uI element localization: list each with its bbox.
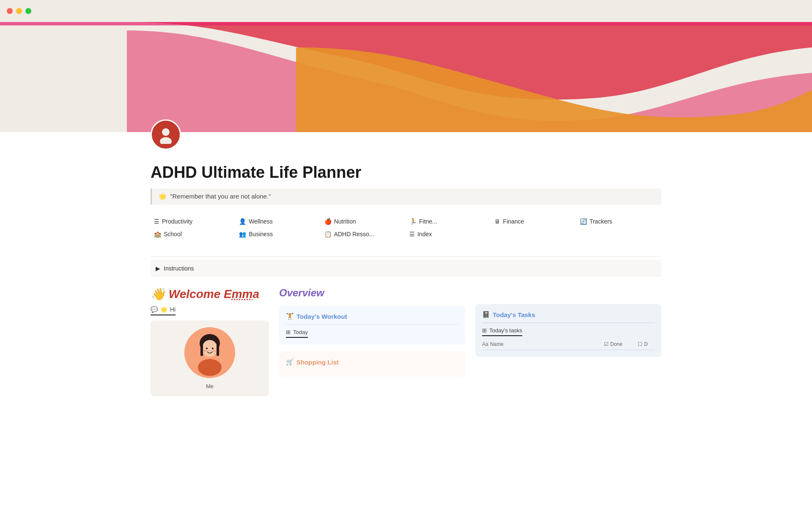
chat-icon: 💬: [151, 306, 158, 313]
nav-label-productivity: Productivity: [162, 218, 192, 225]
page-title: ADHD Ultimate Life Planner: [151, 163, 661, 182]
nav-item-adhd-resso[interactable]: 📋 ADHD Resso...: [321, 229, 406, 239]
tasks-tab-icon: ⊞: [482, 327, 487, 334]
shopping-title-text: Shopping List: [296, 359, 339, 366]
cover-image: [0, 22, 812, 132]
main-grid: 👋 Welcome Emma 💬 🌟 Hi: [151, 287, 661, 396]
avatar-label: Me: [206, 383, 214, 389]
tasks-col-d: ☐ D: [638, 341, 655, 347]
welcome-title: 👋 Welcome Emma: [151, 287, 269, 301]
hi-label: Hi: [170, 306, 176, 313]
svg-rect-7: [200, 343, 203, 356]
svg-point-12: [203, 350, 207, 352]
instructions-toggle[interactable]: ▶ Instructions: [151, 260, 661, 277]
maximize-button[interactable]: [25, 8, 31, 14]
tasks-col-name-icon: Aa: [482, 341, 488, 347]
nav-label-finance: Finance: [503, 218, 524, 225]
hi-tab[interactable]: 💬 🌟 Hi: [151, 306, 176, 315]
tasks-col-done-icon: ☑: [604, 341, 609, 347]
finance-icon: 🖥: [494, 218, 500, 225]
avatar: [151, 119, 181, 150]
svg-point-6: [202, 340, 217, 357]
index-icon: ☰: [409, 231, 415, 237]
workout-tab[interactable]: ⊞ Today: [286, 329, 308, 338]
close-button[interactable]: [7, 8, 13, 14]
divider-1: [151, 256, 661, 257]
nav-item-fitness[interactable]: 🏃 Fitne...: [406, 216, 491, 226]
tasks-tab[interactable]: ⊞ Today's tasks: [482, 327, 522, 336]
tasks-card-divider: [482, 323, 655, 323]
tasks-icon: 📓: [482, 311, 490, 318]
tasks-card-title: 📓 Today's Tasks: [482, 311, 655, 318]
welcome-text-em: mm: [232, 287, 253, 301]
page-content: ADHD Ultimate Life Planner 🌟 "Remember t…: [110, 132, 702, 396]
tasks-card: 📓 Today's Tasks ⊞ Today's tasks Aa Name …: [475, 304, 661, 357]
welcome-text-start: Welcome E: [169, 287, 232, 301]
svg-point-3: [160, 137, 172, 144]
nav-label-wellness: Wellness: [249, 218, 273, 225]
nav-label-trackers: Trackers: [590, 218, 612, 225]
nav-label-index: Index: [417, 231, 432, 237]
svg-point-9: [198, 359, 222, 376]
nav-item-trackers[interactable]: 🔄 Trackers: [576, 216, 661, 226]
avatar-card: Me: [151, 320, 269, 396]
shopping-card-title: 🛒 Shopping List: [286, 358, 458, 366]
wellness-icon: 👤: [239, 218, 246, 225]
nav-item-productivity[interactable]: ☰ Productivity: [151, 216, 236, 226]
trackers-icon: 🔄: [580, 218, 587, 225]
tasks-col-done: ☑ Done: [604, 341, 638, 347]
svg-point-10: [206, 348, 208, 349]
workout-icon: 🏋️: [286, 312, 294, 320]
school-icon: 🏫: [154, 231, 161, 237]
sun-icon: 🌟: [159, 193, 167, 200]
adhd-resso-icon: 📋: [324, 231, 332, 237]
nav-item-wellness[interactable]: 👤 Wellness: [236, 216, 321, 226]
tasks-column: 📓 Today's Tasks ⊞ Today's tasks Aa Name …: [475, 287, 661, 396]
tasks-title-text: Today's Tasks: [493, 311, 535, 318]
shopping-card: 🛒 Shopping List: [279, 351, 465, 377]
tasks-col-d-label: D: [644, 341, 648, 347]
nav-item-school[interactable]: 🏫 School: [151, 229, 236, 239]
titlebar: [0, 0, 812, 22]
tasks-col-done-label: Done: [610, 341, 623, 347]
tasks-table-header: Aa Name ☑ Done ☐ D: [482, 341, 655, 350]
shopping-icon: 🛒: [286, 358, 294, 366]
workout-card: 🏋️ Today's Workout ⊞ Today: [279, 306, 465, 345]
nav-label-business: Business: [249, 231, 273, 237]
nav-label-nutrition: Nutrition: [334, 218, 356, 225]
svg-point-13: [213, 350, 217, 352]
tasks-tab-label: Today's tasks: [489, 327, 522, 334]
workout-tab-icon: ⊞: [286, 329, 291, 335]
nav-item-nutrition[interactable]: 🍎 Nutrition: [321, 216, 406, 226]
wave-emoji: 👋: [151, 287, 165, 301]
svg-rect-1: [0, 22, 812, 25]
nav-item-index[interactable]: ☰ Index: [406, 229, 491, 239]
nav-item-finance[interactable]: 🖥 Finance: [491, 216, 576, 226]
nav-label-adhd-resso: ADHD Resso...: [334, 231, 374, 237]
quote-text: "Remember that you are not alone.": [170, 193, 271, 200]
workout-title-text: Today's Workout: [296, 313, 347, 320]
fitness-icon: 🏃: [409, 218, 417, 225]
nav-links: ☰ Productivity 👤 Wellness 🍎 Nutrition 🏃 …: [151, 216, 661, 246]
svg-point-2: [162, 128, 170, 136]
tasks-spacer: [475, 287, 661, 304]
avatar-wrap: [151, 119, 661, 150]
hi-emoji: 🌟: [160, 306, 167, 313]
nav-item-business[interactable]: 👥 Business: [236, 229, 321, 239]
nav-label-school: School: [164, 231, 182, 237]
instructions-label: Instructions: [164, 265, 194, 272]
workout-card-divider: [286, 324, 458, 325]
tasks-col-d-icon: ☐: [638, 341, 642, 347]
business-icon: 👥: [239, 231, 246, 237]
nav-label-fitness: Fitne...: [419, 218, 437, 225]
productivity-icon: ☰: [154, 218, 159, 225]
tasks-col-name: Aa Name: [482, 341, 604, 347]
minimize-button[interactable]: [16, 8, 22, 14]
overview-title: Overview: [279, 287, 465, 299]
avatar-illustration: [184, 327, 235, 378]
workout-tab-label: Today: [293, 329, 308, 335]
welcome-text-end: a: [252, 287, 259, 301]
svg-rect-8: [217, 343, 219, 356]
tasks-col-name-label: Name: [490, 341, 504, 347]
quote-block: 🌟 "Remember that you are not alone.": [151, 188, 661, 204]
